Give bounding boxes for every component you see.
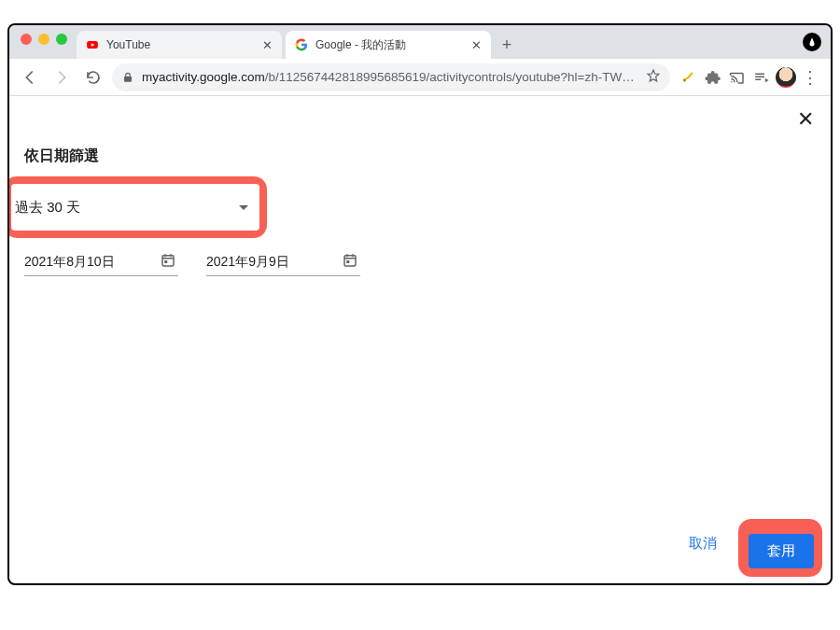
tab-label: YouTube xyxy=(106,38,253,51)
profile-avatar-icon[interactable] xyxy=(775,66,797,89)
tab-bar: YouTube ✕ Google - 我的活動 ✕ + xyxy=(9,25,831,59)
svg-rect-8 xyxy=(164,260,167,263)
svg-rect-2 xyxy=(124,76,132,81)
window-controls xyxy=(19,34,77,50)
extensions-button[interactable] xyxy=(702,66,724,89)
calendar-icon xyxy=(160,252,176,272)
back-button[interactable] xyxy=(17,64,43,91)
youtube-icon xyxy=(86,38,99,51)
tab-youtube[interactable]: YouTube ✕ xyxy=(77,31,282,59)
bookmark-star-icon[interactable] xyxy=(646,68,661,86)
calendar-icon xyxy=(342,252,358,272)
extension-icons: ⋮ xyxy=(676,66,823,89)
date-inputs-row: 2021年8月10日 2021年9月9日 xyxy=(24,252,816,276)
dialog-title: 依日期篩選 xyxy=(24,147,816,166)
window-close-button[interactable] xyxy=(21,34,32,45)
cast-icon[interactable] xyxy=(726,66,749,89)
apply-button-overlay[interactable]: 套用 xyxy=(749,534,814,568)
cancel-button[interactable]: 取消 xyxy=(679,527,726,560)
reading-list-icon[interactable] xyxy=(750,66,773,89)
close-dialog-button[interactable]: ✕ xyxy=(797,107,814,132)
navigation-bar: myactivity.google.com/b/1125674428189956… xyxy=(9,59,831,96)
close-icon[interactable]: ✕ xyxy=(260,38,274,52)
new-tab-button[interactable]: + xyxy=(495,33,519,57)
dialog-content: ✕ 依日期篩選 過去 30 天 2021年8月10日 2021年9月9日 xyxy=(9,96,831,583)
forward-button[interactable] xyxy=(49,64,75,91)
svg-rect-4 xyxy=(162,256,174,266)
date-to-input[interactable]: 2021年9月9日 xyxy=(206,252,360,276)
svg-rect-13 xyxy=(346,260,349,263)
reload-button[interactable] xyxy=(80,64,106,91)
close-icon[interactable]: ✕ xyxy=(469,38,483,52)
date-range-dropdown-overlay[interactable]: 過去 30 天 xyxy=(11,190,252,224)
address-bar[interactable]: myactivity.google.com/b/1125674428189956… xyxy=(112,63,670,91)
window-minimize-button[interactable] xyxy=(38,34,49,45)
date-from-value: 2021年8月10日 xyxy=(24,254,150,271)
svg-point-3 xyxy=(683,78,686,81)
date-to-value: 2021年9月9日 xyxy=(206,254,332,271)
window-zoom-button[interactable] xyxy=(56,34,67,45)
date-from-input[interactable]: 2021年8月10日 xyxy=(24,252,178,276)
browser-menu-button[interactable]: ⋮ xyxy=(799,66,821,89)
extension-horn-icon[interactable] xyxy=(678,66,700,89)
tab-google-myactivity[interactable]: Google - 我的活動 ✕ xyxy=(286,31,491,59)
lock-icon xyxy=(121,71,134,84)
url-text: myactivity.google.com/b/1125674428189956… xyxy=(142,70,638,84)
profile-badge-icon[interactable] xyxy=(803,33,821,51)
tab-label: Google - 我的活動 xyxy=(315,37,462,53)
svg-point-1 xyxy=(810,42,815,47)
chevron-down-icon xyxy=(239,205,248,210)
svg-rect-9 xyxy=(344,256,356,266)
google-icon xyxy=(295,38,308,51)
browser-window: YouTube ✕ Google - 我的活動 ✕ + xyxy=(7,23,833,585)
